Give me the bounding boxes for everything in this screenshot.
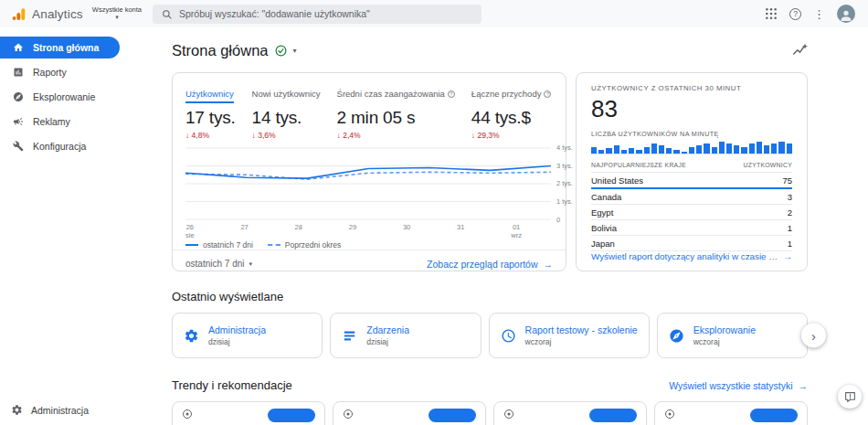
- user-avatar[interactable]: [837, 5, 855, 23]
- table-row: Bolivia 1: [591, 220, 792, 236]
- minute-bar: [771, 143, 777, 154]
- minute-bar: [749, 143, 755, 154]
- bar-chart-icon: [13, 67, 24, 78]
- main-content: Strona główna ▾: [132, 27, 868, 425]
- x-axis-tick: 28: [295, 223, 302, 239]
- sidebar-item-admin[interactable]: Administracja: [11, 404, 89, 416]
- recent-card-explore[interactable]: Eksplorowanie wczoraj: [657, 313, 808, 358]
- analytics-home-link[interactable]: Analytics: [9, 6, 83, 22]
- minute-bar: [614, 145, 619, 154]
- metric-value: 2 min 05 s: [337, 108, 455, 128]
- trend-card[interactable]: [172, 401, 325, 425]
- country-name: Japan: [591, 239, 615, 249]
- minute-bar: [629, 148, 634, 154]
- sidebar: Strona główna Raporty Eksplorowanie Rekl…: [0, 27, 132, 425]
- date-range-selector[interactable]: ostatnich 7 dni ▾: [185, 259, 252, 269]
- apps-grid-icon[interactable]: [765, 7, 778, 20]
- chevron-down-icon[interactable]: ▾: [293, 47, 297, 55]
- trend-card-icon: [664, 409, 675, 420]
- reports-overview-link[interactable]: Zobacz przegląd raportów →: [427, 259, 553, 270]
- sidebar-item-label: Eksplorowanie: [33, 91, 95, 102]
- search-bar[interactable]: [153, 5, 482, 24]
- analytics-app: Analytics Wszystkie konta ▾ ? ⋮: [0, 0, 868, 425]
- recently-viewed-title: Ostatnio wyświetlane: [172, 290, 808, 303]
- table-row: Japan 1: [591, 236, 792, 251]
- sidebar-admin-label: Administracja: [31, 405, 89, 416]
- completed-check-icon: [275, 45, 287, 57]
- home-icon: [13, 42, 24, 53]
- minute-bar: [659, 145, 664, 154]
- countries-table-header: NAJPOPULARNIEJSZE KRAJE UŻYTKOWNICY: [591, 162, 792, 173]
- analytics-logo-icon: [11, 6, 26, 22]
- table-row: Egypt 2: [591, 205, 792, 220]
- minute-bar: [598, 150, 604, 154]
- sidebar-item-reports[interactable]: Raporty: [0, 61, 132, 83]
- feedback-bubble-icon: [844, 391, 856, 403]
- trend-card[interactable]: [654, 401, 808, 425]
- minute-bar: [591, 147, 597, 154]
- sidebar-item-explore[interactable]: Eksplorowanie: [0, 86, 132, 108]
- recent-card-admin[interactable]: Administracja dzisiaj: [172, 313, 323, 358]
- account-switcher[interactable]: Wszystkie konta ▾: [92, 6, 142, 22]
- metric-tab-new-users[interactable]: Nowi użytkownicy 14 tys. ↓ 3,6%: [252, 84, 321, 140]
- trend-card[interactable]: [333, 401, 486, 425]
- trends-row: [172, 401, 808, 425]
- metric-tab-total-revenue[interactable]: Łączne przychody ? 44 tys.$ ↓ 29,3%: [471, 84, 552, 140]
- solid-line-swatch: [185, 244, 198, 246]
- feedback-button[interactable]: [838, 385, 862, 409]
- realtime-report-link[interactable]: Wyświetl raport dotyczący analityki w cz…: [591, 251, 792, 261]
- trends-header: Trendy i rekomendacje Wyświetl wszystkie…: [172, 378, 808, 392]
- sidebar-item-label: Strona główna: [33, 42, 99, 53]
- overview-card: Użytkownicy 17 tys. ↓ 4,8% Nowi użytkown…: [172, 72, 566, 271]
- minute-bar: [673, 150, 679, 154]
- trend-action-pill[interactable]: [750, 409, 798, 422]
- minute-bar: [606, 148, 611, 154]
- minute-bar: [787, 143, 792, 154]
- metric-value: 17 tys.: [185, 108, 236, 128]
- x-axis-tick: 30: [403, 223, 410, 239]
- chevron-right-icon: ›: [811, 328, 816, 344]
- metric-tab-users[interactable]: Użytkownicy 17 tys. ↓ 4,8%: [185, 84, 236, 140]
- trend-card-icon: [343, 409, 354, 420]
- minute-bar: [689, 147, 694, 154]
- x-axis-tick: 31: [457, 223, 464, 239]
- minute-bar: [696, 145, 702, 154]
- sidebar-item-configure[interactable]: Konfiguracja: [0, 135, 132, 157]
- trend-action-pill[interactable]: [589, 409, 637, 422]
- carousel-next-button[interactable]: ›: [801, 324, 826, 348]
- chevron-down-icon: ▾: [115, 14, 119, 21]
- chart-legend: ostatnich 7 dni Poprzedni okres: [185, 240, 553, 250]
- recent-card-time: wczoraj: [525, 337, 638, 346]
- megaphone-icon: [13, 116, 24, 127]
- metric-delta: ↓ 2,4%: [337, 131, 455, 140]
- more-vertical-icon[interactable]: ⋮: [813, 7, 825, 21]
- compass-icon: [13, 91, 24, 102]
- help-icon[interactable]: ?: [789, 8, 801, 20]
- users-per-minute-label: LICZBA UŻYTKOWNIKÓW NA MINUTĘ: [591, 130, 792, 138]
- trend-card-icon: [182, 409, 193, 420]
- overview-row: Użytkownicy 17 tys. ↓ 4,8% Nowi użytkown…: [172, 72, 808, 271]
- minute-bar: [621, 150, 627, 154]
- insights-icon[interactable]: [792, 43, 808, 58]
- recent-card-label: Zdarzenia: [366, 324, 409, 335]
- x-axis-tick: 27: [240, 223, 248, 239]
- link-label: Wyświetl raport dotyczący analityki w cz…: [591, 251, 778, 261]
- trend-card[interactable]: [493, 401, 647, 425]
- trend-line-chart: [185, 147, 551, 220]
- search-input[interactable]: [179, 8, 472, 19]
- brand-name: Analytics: [32, 7, 83, 21]
- page-header: Strona główna ▾: [172, 42, 808, 59]
- search-icon: [162, 9, 172, 19]
- minute-bar: [741, 147, 746, 154]
- recent-card-events[interactable]: Zdarzenia dzisiaj: [330, 313, 481, 358]
- metric-tab-engagement-time[interactable]: Średni czas zaangażowania ? 2 min 05 s ↓…: [337, 84, 455, 140]
- country-name: United States: [591, 175, 643, 186]
- trend-action-pill[interactable]: [429, 409, 476, 422]
- trend-action-pill[interactable]: [268, 409, 315, 422]
- recent-card-test-report[interactable]: Raport testowy - szkolenie wczoraj: [489, 313, 650, 358]
- arrow-right-icon: →: [544, 259, 554, 270]
- minute-bar: [651, 143, 657, 154]
- sidebar-item-home[interactable]: Strona główna: [0, 37, 120, 58]
- all-insights-link[interactable]: Wyświetl wszystkie statystyki →: [669, 380, 808, 391]
- sidebar-item-advertising[interactable]: Reklamy: [0, 111, 132, 133]
